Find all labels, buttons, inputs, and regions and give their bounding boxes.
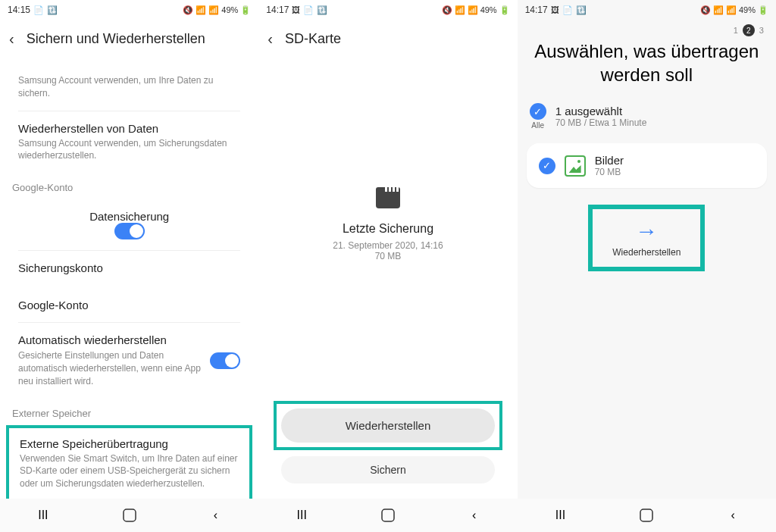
navigation-bar: III ‹ [0,499,258,532]
status-time: 14:15 [8,5,30,15]
back-icon[interactable]: ‹ [268,30,273,48]
home-button[interactable] [637,506,656,524]
backup-button[interactable]: Sichern [281,456,494,483]
sd-card-icon [376,187,400,208]
status-time: 14:17 [266,5,289,15]
restore-button[interactable]: → Wiederherstellen [612,218,681,258]
toggle-switch[interactable] [210,352,240,369]
wifi-icon: 📶 [455,5,465,15]
images-size: 70 MB [595,167,624,177]
page-title: Auswählen, was übertragen werden soll [518,38,776,95]
item-title: Wiederherstellen von Daten [18,122,240,135]
step-indicator: 1 2 3 [518,20,776,38]
wifi-icon: 📶 [713,5,724,15]
status-icon: 🔃 [576,5,587,15]
step-3: 3 [759,26,764,35]
status-icon: 🔃 [317,5,327,15]
battery-percent: 49% [221,5,238,14]
step-1: 1 [734,26,738,35]
status-bar: 14:15 📄 🔃 🔇 📶 📶 49% 🔋 [0,0,258,20]
svg-rect-1 [382,509,394,521]
status-time: 14:17 [525,5,548,15]
check-all-icon[interactable]: ✓ [530,103,546,120]
selected-info: 70 MB / Etwa 1 Minute [555,117,647,128]
samsung-backup-item[interactable]: Samsung Account verwenden, um Ihre Daten… [6,61,252,111]
selected-count: 1 ausgewählt [555,105,647,117]
backup-date: 21. September 2020, 14:16 [333,240,443,251]
step-2-active: 2 [743,24,755,36]
last-backup-label: Letzte Sicherung [343,222,433,236]
external-transfer-item[interactable]: Externe Speicherübertragung Verwenden Si… [9,428,249,499]
mute-icon: 🔇 [183,5,193,15]
status-icon: 📄 [562,5,573,15]
signal-icon: 📶 [208,5,219,15]
item-description: Samsung Account verwenden, um Ihre Daten… [18,74,240,100]
restore-button-highlight: → Wiederherstellen [588,205,705,271]
home-button[interactable] [120,506,139,524]
google-account-item[interactable]: Google-Konto [6,288,252,322]
battery-percent: 49% [480,5,497,14]
recent-apps-button[interactable]: III [293,506,311,524]
images-label: Bilder [595,154,624,167]
images-icon [565,155,586,177]
navigation-bar: III ‹ [518,499,776,532]
home-button[interactable] [379,506,397,524]
page-title: Sichern und Wiederherstellen [27,31,205,47]
status-icon: 🖼 [551,5,559,14]
check-icon[interactable]: ✓ [539,158,555,174]
back-button[interactable]: ‹ [465,506,483,524]
item-description: Verwenden Sie Smart Switch, um Ihre Date… [20,452,239,490]
page-header: ‹ Sichern und Wiederherstellen [0,20,258,58]
restore-data-item[interactable]: Wiederherstellen von Daten Samsung Accou… [6,111,252,174]
page-title: SD-Karte [285,31,341,47]
item-description: Gesicherte Einstellungen und Daten autom… [18,349,210,387]
navigation-bar: III ‹ [258,499,517,532]
backup-size: 70 MB [375,251,402,261]
battery-icon: 🔋 [499,5,510,15]
backup-account-item[interactable]: Sicherungskonto [6,251,252,285]
back-button[interactable]: ‹ [724,506,742,524]
status-bar: 14:17 🖼 📄 🔃 🔇 📶 📶 49% 🔋 [518,0,776,20]
status-icon: 📄 [303,5,314,15]
battery-icon: 🔋 [240,5,251,15]
data-backup-item[interactable]: Datensicherung [6,199,252,250]
images-row[interactable]: ✓ Bilder 70 MB [527,146,767,185]
toggle-switch[interactable] [114,223,145,239]
back-button[interactable]: ‹ [206,506,224,524]
item-description: Samsung Account verwenden, um Sicherungs… [18,137,240,163]
item-title: Sicherungskonto [18,261,240,274]
battery-icon: 🔋 [758,5,768,15]
external-transfer-highlight: Externe Speicherübertragung Verwenden Si… [6,425,252,499]
section-label: Externer Speicher [0,402,258,422]
recent-apps-button[interactable]: III [552,506,570,524]
battery-percent: 49% [739,5,756,14]
arrow-right-icon: → [635,218,658,244]
auto-restore-item[interactable]: Automatisch wiederherstellen Gesicherte … [6,323,252,398]
signal-icon: 📶 [468,5,478,15]
select-all-row[interactable]: ✓ Alle 1 ausgewählt 70 MB / Etwa 1 Minut… [518,95,776,137]
section-label: Google-Konto [0,176,258,196]
page-header: ‹ SD-Karte [258,20,517,58]
signal-icon: 📶 [726,5,737,15]
recent-apps-button[interactable]: III [34,506,52,524]
item-title: Externe Speicherübertragung [20,437,239,450]
item-title: Automatisch wiederherstellen [18,333,167,346]
item-title: Google-Konto [18,299,240,311]
status-icon: 🖼 [292,5,300,14]
status-bar: 14:17 🖼 📄 🔃 🔇 📶 📶 49% 🔋 [258,0,517,20]
restore-button-highlight: Wiederherstellen [274,401,502,450]
restore-label: Wiederherstellen [612,247,681,258]
restore-button[interactable]: Wiederherstellen [281,408,494,443]
svg-rect-0 [124,509,136,521]
svg-rect-2 [640,509,652,521]
back-icon[interactable]: ‹ [9,30,14,48]
item-title: Datensicherung [89,210,169,223]
wifi-icon: 📶 [196,5,206,15]
mute-icon: 🔇 [700,5,711,15]
status-icon: 🔃 [47,5,58,15]
mute-icon: 🔇 [442,5,452,15]
status-icon: 📄 [33,5,44,15]
all-label: Alle [531,121,544,130]
